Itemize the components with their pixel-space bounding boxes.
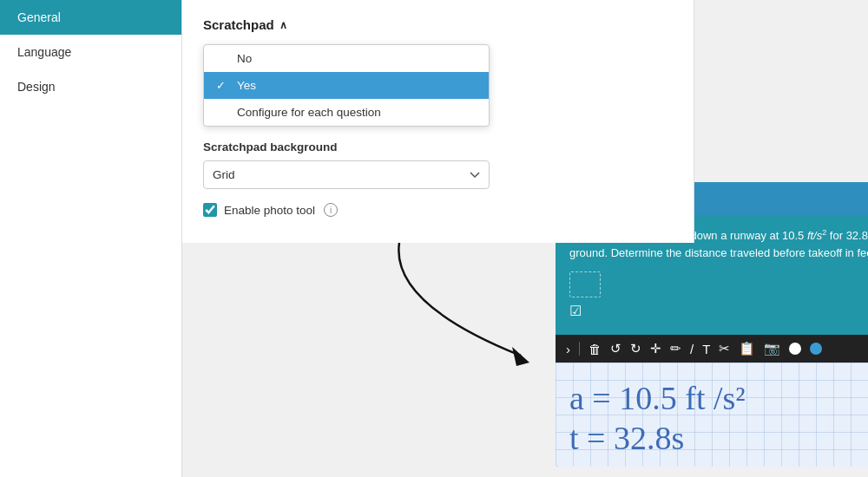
scratchpad-toolbar: › 🗑 ↺ ↻ ✛ ✏ / T ✂ 📋 📷 (556, 335, 868, 363)
arrow-svg (373, 234, 564, 373)
arrow-annotation (373, 234, 564, 376)
main-content: Scratchpad ∧ No ✓ Yes Configure for each… (182, 0, 868, 477)
undo-icon[interactable]: ↺ (610, 341, 621, 356)
background-select[interactable]: Grid (203, 160, 490, 189)
enable-photo-row: Enable photo tool i (203, 203, 673, 217)
info-icon[interactable]: i (324, 203, 338, 217)
copy-icon[interactable]: 📋 (739, 341, 755, 356)
dropdown-option-no[interactable]: No (204, 45, 489, 72)
sidebar: General Language Design (0, 0, 182, 477)
scratchpad-canvas[interactable]: a = 10.5 ft /s²t = 32.8s (556, 363, 868, 467)
scratchpad-dropdown[interactable]: No ✓ Yes Configure for each question (203, 44, 490, 127)
caret-icon: ∧ (279, 19, 287, 31)
enable-photo-checkbox[interactable] (203, 203, 217, 217)
line-icon[interactable]: / (690, 342, 694, 356)
sidebar-item-design[interactable]: Design (0, 69, 181, 104)
answer-edit-icon[interactable]: ☑ (569, 303, 868, 319)
toolbar-sep-1 (579, 342, 580, 356)
color-blue[interactable] (810, 343, 822, 355)
answer-area: ☑ (569, 271, 868, 319)
redo-icon[interactable]: ↻ (630, 341, 641, 356)
sidebar-item-language[interactable]: Language (0, 35, 181, 69)
svg-marker-0 (512, 347, 529, 366)
dropdown-option-yes[interactable]: ✓ Yes (204, 72, 489, 99)
move-icon[interactable]: ✛ (650, 341, 661, 356)
color-white[interactable] (789, 343, 801, 355)
section-title: Scratchpad ∧ (203, 17, 673, 32)
pen-icon[interactable]: ✏ (670, 341, 681, 356)
cut-icon[interactable]: ✂ (719, 341, 730, 356)
yes-check: ✓ (216, 79, 230, 92)
text-icon[interactable]: T (702, 342, 710, 356)
answer-box[interactable] (569, 271, 601, 297)
expand-icon[interactable]: › (566, 342, 570, 356)
dropdown-option-configure[interactable]: Configure for each question (204, 99, 489, 126)
settings-panel: Scratchpad ∧ No ✓ Yes Configure for each… (182, 0, 694, 243)
delete-icon[interactable]: 🗑 (589, 342, 602, 356)
camera-icon[interactable]: 📷 (764, 341, 780, 356)
handwriting-content: a = 10.5 ft /s²t = 32.8s (569, 379, 746, 458)
sidebar-item-general[interactable]: General (0, 0, 181, 35)
background-label: Scratchpad background (203, 140, 673, 154)
